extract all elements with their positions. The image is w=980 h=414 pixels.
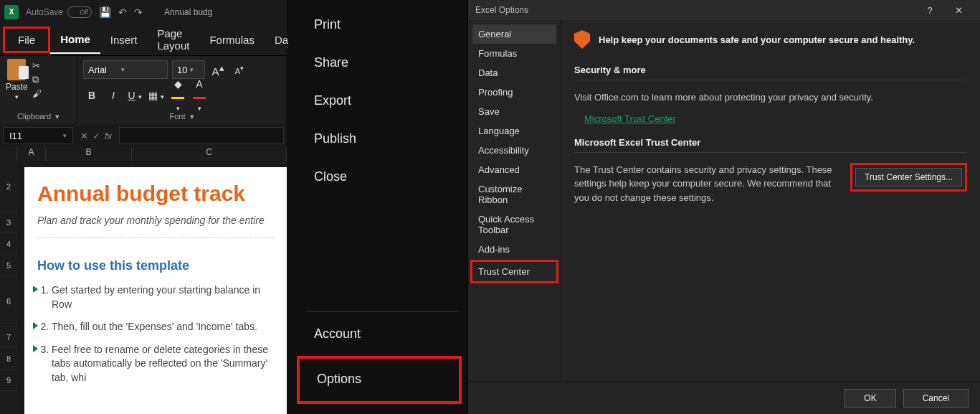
column-headers: A B C	[0, 147, 287, 161]
font-size-combo[interactable]: 10▾	[172, 60, 205, 79]
nav-advanced[interactable]: Advanced	[472, 160, 556, 179]
shield-icon	[574, 30, 590, 49]
tab-insert[interactable]: Insert	[100, 27, 148, 53]
undo-icon[interactable]: ↶	[118, 6, 127, 18]
step-item: Feel free to rename or delete categories…	[52, 343, 274, 385]
howto-heading: How to use this template	[37, 258, 274, 273]
col-header[interactable]: A	[17, 147, 46, 161]
backstage-account[interactable]: Account	[307, 315, 459, 353]
font-name-combo[interactable]: Arial▾	[83, 60, 168, 79]
trust-center-settings-highlight: Trust Center Settings...	[850, 163, 967, 192]
col-header[interactable]: C	[132, 147, 287, 161]
nav-addins[interactable]: Add-ins	[472, 240, 556, 259]
tab-data[interactable]: Da	[265, 27, 298, 53]
backstage-publish[interactable]: Publish	[307, 120, 459, 158]
increase-font-icon[interactable]: A▴	[209, 62, 227, 77]
dialog-title: Excel Options	[475, 5, 528, 15]
save-icon[interactable]: 💾	[99, 6, 111, 18]
nav-trust-center[interactable]: Trust Center	[470, 260, 558, 283]
doc-title: Annual budget track	[37, 182, 274, 206]
section-heading: Security & more	[574, 65, 967, 75]
paste-icon	[7, 59, 26, 80]
section-text: The Trust Center contains security and p…	[574, 163, 836, 205]
row-header[interactable]: 7	[0, 326, 17, 348]
nav-customize-ribbon[interactable]: Customize Ribbon	[472, 179, 556, 210]
title-bar: X AutoSave Off 💾 ↶ ↷ Annual budg	[0, 0, 287, 24]
row-header[interactable]: 4	[0, 233, 17, 255]
format-painter-icon[interactable]: 🖌	[32, 88, 42, 99]
dialog-launcher-icon[interactable]: ▾	[55, 112, 60, 121]
italic-button[interactable]: I	[105, 90, 122, 101]
cut-icon[interactable]: ✂	[32, 60, 42, 71]
row-header[interactable]: 2	[0, 161, 17, 212]
enter-formula-icon[interactable]: ✓	[92, 131, 100, 141]
group-label: Font	[169, 112, 185, 121]
ok-button[interactable]: OK	[845, 389, 895, 408]
chevron-down-icon: ▾	[121, 66, 125, 73]
bold-button[interactable]: B	[83, 90, 100, 101]
font-color-button[interactable]: A ▾	[191, 78, 208, 113]
nav-data[interactable]: Data	[472, 63, 556, 83]
close-icon[interactable]: ✕	[944, 5, 973, 16]
cancel-formula-icon[interactable]: ✕	[80, 131, 88, 141]
fill-color-button[interactable]: ◆ ▾	[169, 78, 186, 113]
triangle-icon	[33, 286, 38, 293]
col-header[interactable]: B	[46, 147, 132, 161]
tab-formulas[interactable]: Formulas	[199, 27, 265, 53]
name-box[interactable]: I11▾	[3, 127, 73, 144]
step-item: Get started by entering your starting ba…	[52, 283, 274, 311]
underline-button[interactable]: U ▾	[126, 90, 143, 101]
paste-button[interactable]: Paste ▾	[6, 59, 28, 100]
nav-quick-access[interactable]: Quick Access Toolbar	[472, 210, 556, 240]
worksheet[interactable]: 2 3 4 5 6 7 8 9 Annual budget track Plan…	[0, 161, 287, 414]
autosave-switch[interactable]: Off	[67, 6, 92, 18]
backstage-menu: Print Share Export Publish Close Account…	[287, 0, 467, 414]
backstage-print[interactable]: Print	[307, 6, 459, 44]
document-name: Annual budg	[164, 7, 212, 17]
tab-home[interactable]: Home	[50, 26, 100, 54]
step-item: Then, fill out the 'Expenses' and 'Incom…	[52, 320, 274, 334]
group-label: Clipboard	[17, 112, 51, 121]
row-header[interactable]: 5	[0, 255, 17, 276]
triangle-icon	[33, 345, 38, 352]
row-headers: 2 3 4 5 6 7 8 9	[0, 161, 17, 414]
autosave-toggle[interactable]: AutoSave Off	[26, 6, 92, 18]
backstage-export[interactable]: Export	[307, 82, 459, 120]
group-clipboard: Paste ▾ ✂ ⧉ 🖌 Clipboard▾	[0, 56, 77, 124]
tab-page-layout[interactable]: Page Layout	[147, 20, 199, 59]
excel-app-icon: X	[4, 5, 19, 19]
chevron-down-icon: ▾	[190, 66, 194, 73]
autosave-label: AutoSave	[26, 7, 63, 17]
trust-center-settings-button[interactable]: Trust Center Settings...	[855, 168, 962, 187]
backstage-options[interactable]: Options	[297, 356, 462, 404]
tab-file[interactable]: File	[3, 27, 50, 53]
row-header[interactable]: 3	[0, 212, 17, 233]
select-all-corner[interactable]	[0, 147, 17, 161]
backstage-close[interactable]: Close	[307, 158, 459, 196]
dialog-launcher-icon[interactable]: ▾	[190, 112, 194, 121]
doc-subtitle: Plan and track your monthly spending for…	[37, 215, 274, 226]
row-header[interactable]: 6	[0, 276, 17, 326]
cancel-button[interactable]: Cancel	[903, 389, 969, 408]
nav-general[interactable]: General	[472, 24, 556, 44]
formula-bar[interactable]	[119, 127, 284, 144]
redo-icon[interactable]: ↷	[134, 6, 143, 18]
backstage-share[interactable]: Share	[307, 44, 459, 82]
dialog-footer: OK Cancel	[468, 381, 980, 414]
nav-accessibility[interactable]: Accessibility	[472, 141, 556, 160]
chevron-down-icon: ▾	[15, 93, 19, 100]
copy-icon[interactable]: ⧉	[32, 74, 42, 85]
nav-proofing[interactable]: Proofing	[472, 83, 556, 102]
borders-button[interactable]: ▦ ▾	[148, 90, 165, 101]
nav-formulas[interactable]: Formulas	[472, 44, 556, 63]
decrease-font-icon[interactable]: A▾	[231, 64, 248, 75]
fx-icon[interactable]: fx	[105, 131, 112, 141]
row-header[interactable]: 9	[0, 370, 17, 391]
nav-language[interactable]: Language	[472, 121, 556, 141]
formula-bar-row: I11▾ ✕ ✓ fx	[0, 124, 287, 147]
help-icon[interactable]: ?	[915, 5, 944, 16]
nav-save[interactable]: Save	[472, 102, 556, 121]
ms-trust-center-link[interactable]: Microsoft Trust Center	[584, 113, 676, 124]
row-header[interactable]: 8	[0, 348, 17, 370]
dialog-titlebar: Excel Options ? ✕	[468, 0, 980, 20]
